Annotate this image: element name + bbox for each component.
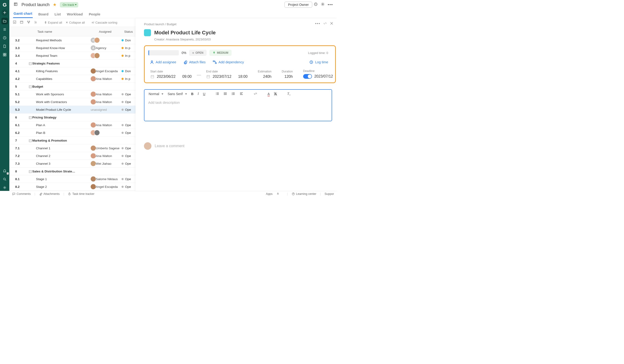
task-name[interactable]: Work with Sponsors	[32, 93, 89, 96]
calendar-icon[interactable]	[20, 20, 23, 25]
task-name[interactable]: Required Methods	[32, 39, 89, 42]
status-cell[interactable]: Ope	[122, 154, 135, 158]
table-row[interactable]: 3.2Required MethodsCDon	[9, 36, 135, 44]
col-status[interactable]: Status	[122, 30, 135, 33]
col-assigned[interactable]: Assigned	[89, 30, 122, 33]
bottom-learning[interactable]: Learning center	[292, 192, 316, 196]
deadline-value[interactable]: 2023/07/12	[314, 74, 333, 78]
expand-all-button[interactable]: Expand all	[44, 21, 62, 24]
history-icon[interactable]	[312, 2, 319, 7]
start-date-field[interactable]: 2023/06/22 09:00	[150, 75, 192, 79]
link-icon[interactable]	[254, 92, 257, 96]
rail-settings-icon[interactable]	[1, 184, 8, 191]
status-pill[interactable]: OPEN	[189, 50, 207, 56]
project-icon[interactable]	[12, 2, 20, 7]
highlight-icon[interactable]: A	[274, 92, 277, 96]
assignee-cell[interactable]: Umberto Sagese	[89, 146, 122, 151]
estimation-value[interactable]: 240h	[258, 75, 271, 79]
task-name[interactable]: Work with Contractors	[32, 100, 89, 104]
assignee-cell[interactable]: Ana Walton	[89, 153, 122, 158]
status-cell[interactable]: In p	[122, 54, 135, 57]
table-row[interactable]: 6.1Plan AAna WaltonOpe	[9, 121, 135, 129]
task-name[interactable]: Killing Features	[32, 69, 89, 73]
status-cell[interactable]: Ope	[122, 147, 135, 150]
rail-add-button[interactable]	[1, 9, 8, 16]
clear-format-icon[interactable]: T×	[287, 92, 289, 96]
task-name[interactable]: Plan B	[32, 131, 89, 134]
task-name[interactable]: Required Team	[32, 54, 89, 57]
progress-bar[interactable]	[148, 50, 179, 55]
assignee-cell[interactable]: Wei Jiahao	[89, 161, 122, 166]
table-row[interactable]: 5.2Work with ContractorsAna WaltonOpe	[9, 98, 135, 106]
table-row[interactable]: 7.3Channel 3Wei JiahaoOpe	[9, 160, 135, 168]
task-name[interactable]: Model Product Life Cycle	[32, 108, 89, 111]
task-name[interactable]: Stage 1	[32, 177, 89, 181]
checklist-icon[interactable]	[232, 92, 235, 96]
table-row[interactable]: 5.3Model Product Life CycleunassignedOpe	[9, 106, 135, 114]
tab-list[interactable]: List	[54, 12, 61, 18]
table-row[interactable]: 3.4Required TeamIn p	[9, 52, 135, 60]
collapse-toggle[interactable]: −	[28, 62, 32, 65]
task-name[interactable]: Pricing Strategy	[32, 116, 89, 119]
table-row[interactable]: 8−Sales & Distribution Strate…	[9, 168, 135, 175]
underline-icon[interactable]: U	[203, 92, 206, 96]
bottom-apps[interactable]: Apps	[266, 192, 273, 196]
tab-board[interactable]: Board	[38, 12, 49, 18]
assignee-cell[interactable]	[89, 53, 122, 58]
collapse-toggle[interactable]: −	[28, 85, 32, 88]
cascade-sort-button[interactable]: Cascade sorting	[92, 21, 117, 24]
table-row[interactable]: 7−Marketing & Promotion	[9, 137, 135, 144]
check-icon[interactable]	[13, 20, 16, 25]
assignee-cell[interactable]: Ana Walton	[89, 92, 122, 97]
assignee-cell[interactable]	[89, 130, 122, 135]
rail-folder-button[interactable]	[1, 18, 8, 24]
rail-clock-icon[interactable]	[1, 35, 8, 41]
task-title[interactable]: Model Product Life Cycle	[154, 30, 216, 36]
status-cell[interactable]: Ope	[122, 93, 135, 96]
bottom-tracker[interactable]: Task time tracker	[68, 192, 94, 196]
table-row[interactable]: 7.1Channel 1Umberto SageseOpe	[9, 144, 135, 152]
description-textarea[interactable]: Add task description	[144, 98, 332, 121]
status-dropdown[interactable]: On track	[60, 2, 78, 7]
status-cell[interactable]: Ope	[122, 177, 135, 181]
status-cell[interactable]: Ope	[122, 108, 135, 111]
panel-close-icon[interactable]	[330, 22, 334, 26]
task-name[interactable]: Channel 1	[32, 147, 89, 150]
status-cell[interactable]: Ope	[122, 123, 135, 127]
bold-icon[interactable]: B	[191, 92, 193, 96]
status-cell[interactable]: In p	[122, 46, 135, 50]
table-row[interactable]: 6−Pricing Strategy	[9, 114, 135, 121]
task-name[interactable]: Channel 3	[32, 162, 89, 165]
status-cell[interactable]: Don	[122, 39, 135, 42]
table-row[interactable]: 5−Budget	[9, 83, 135, 90]
more-icon[interactable]: •••	[326, 2, 335, 7]
hierarchy-icon[interactable]	[27, 20, 30, 25]
end-date-field[interactable]: 2023/07/12 18:00	[206, 75, 248, 79]
table-row[interactable]: 4.2CapabilitiesAna WaltonIn p	[9, 75, 135, 83]
app-logo[interactable]: G	[2, 2, 7, 7]
tab-workload[interactable]: Workload	[66, 12, 83, 18]
assignee-cell[interactable]: Ana Walton	[89, 99, 122, 104]
indent-icon[interactable]	[34, 20, 37, 25]
duration-value[interactable]: 120h	[282, 75, 293, 79]
assignee-cell[interactable]: Angel Escajeda	[89, 184, 122, 189]
task-name[interactable]: Stage 2	[32, 185, 89, 188]
add-assignee-button[interactable]: Add assignee	[150, 60, 176, 64]
assignee-cell[interactable]: unassigned	[89, 108, 122, 111]
table-row[interactable]: 6.2Plan BOpe	[9, 129, 135, 137]
table-row[interactable]: 3.3Required Know-HowAAgencyIn p	[9, 44, 135, 52]
log-time-button[interactable]: Log time	[309, 60, 328, 64]
collapse-toggle[interactable]: −	[28, 116, 32, 119]
task-name[interactable]: Sales & Distribution Strate…	[32, 170, 89, 173]
breadcrumb[interactable]: Product launch / Budget	[144, 23, 337, 26]
task-name[interactable]: Plan A	[32, 123, 89, 127]
font-dropdown[interactable]: Sans Serif	[168, 92, 187, 96]
rail-report-icon[interactable]	[1, 43, 8, 50]
current-user-avatar[interactable]	[144, 142, 152, 150]
status-cell[interactable]: Don	[122, 69, 135, 73]
task-name[interactable]: Marketing & Promotion	[32, 139, 89, 142]
status-cell[interactable]: Ope	[122, 131, 135, 134]
rail-list-icon[interactable]	[1, 26, 8, 33]
assignee-cell[interactable]: C	[89, 38, 122, 43]
task-name[interactable]: Capabilities	[32, 77, 89, 81]
